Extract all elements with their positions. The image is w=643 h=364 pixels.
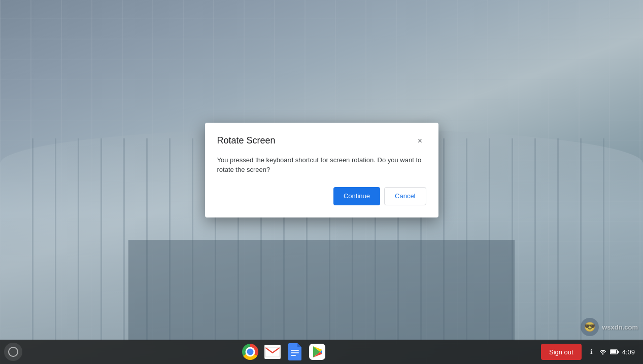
continue-button[interactable]: Continue	[333, 187, 380, 205]
dialog-actions: Continue Cancel	[217, 187, 426, 205]
rotate-screen-dialog: Rotate Screen × You pressed the keyboard…	[205, 123, 438, 217]
dialog-close-button[interactable]: ×	[414, 135, 426, 147]
dialog-header: Rotate Screen ×	[217, 135, 426, 147]
dialog-message: You pressed the keyboard shortcut for sc…	[217, 155, 426, 175]
dialog-overlay: Rotate Screen × You pressed the keyboard…	[0, 0, 643, 364]
cancel-button[interactable]: Cancel	[384, 187, 426, 205]
dialog-title: Rotate Screen	[217, 135, 276, 146]
